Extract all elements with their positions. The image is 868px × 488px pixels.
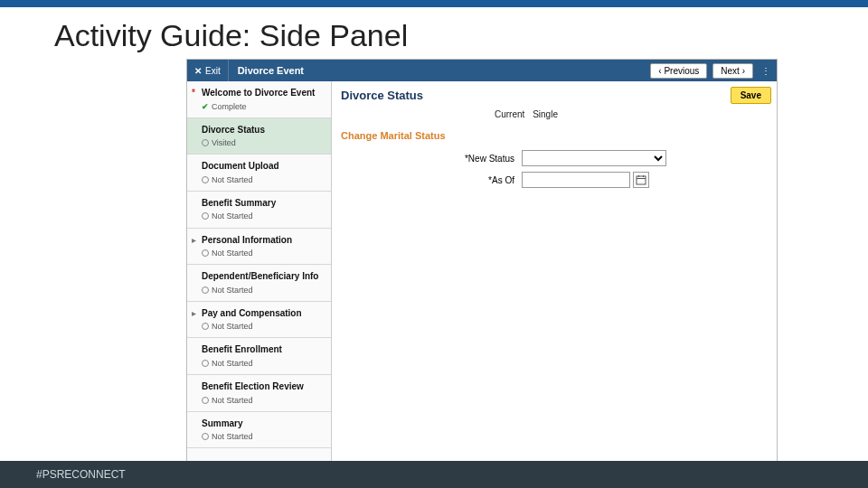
close-icon: ✕	[194, 66, 202, 76]
side-panel: *Welcome to Divorce Event✔CompleteDivorc…	[187, 81, 332, 461]
sidebar-step[interactable]: Benefit EnrollmentNot Started	[187, 338, 331, 375]
new-status-label: *New Status	[341, 154, 522, 164]
app-body: *Welcome to Divorce Event✔CompleteDivorc…	[187, 81, 777, 461]
next-button[interactable]: Next ›	[712, 63, 753, 79]
chevron-right-icon: ▸	[192, 307, 196, 320]
current-value: Single	[533, 109, 558, 119]
footer-hashtag: #PSRECONNECT	[36, 468, 126, 481]
step-status: Not Started	[202, 285, 324, 296]
circle-icon	[202, 176, 209, 183]
step-title: Welcome to Divorce Event	[202, 87, 324, 99]
new-status-select[interactable]	[522, 150, 666, 166]
sidebar-step[interactable]: Divorce StatusVisited	[187, 118, 331, 155]
circle-icon	[202, 360, 209, 367]
check-icon: ✔	[202, 101, 209, 112]
step-title: Summary	[202, 418, 324, 430]
sidebar-step[interactable]: Benefit Election ReviewNot Started	[187, 375, 331, 412]
step-title: Benefit Enrollment	[202, 343, 324, 356]
step-status: Not Started	[202, 248, 324, 258]
current-label: Current	[495, 109, 524, 119]
step-status: ✔Complete	[202, 101, 324, 112]
as-of-input[interactable]	[522, 172, 630, 188]
as-of-row: *As Of	[341, 172, 768, 188]
sidebar-step[interactable]: Benefit SummaryNot Started	[187, 192, 331, 229]
main-content: Save Divorce Status Current Single Chang…	[332, 81, 777, 461]
svg-rect-0	[637, 176, 646, 184]
step-title: Personal Information	[202, 234, 324, 247]
step-title: Document Upload	[202, 160, 324, 173]
more-actions-button[interactable]: ⋮	[756, 66, 777, 76]
app-header: ✕ Exit Divorce Event ‹ Previous Next › ⋮	[187, 60, 777, 81]
exit-button[interactable]: ✕ Exit	[187, 60, 229, 81]
sidebar-step[interactable]: ▸Personal InformationNot Started	[187, 229, 331, 266]
save-button[interactable]: Save	[731, 87, 771, 104]
step-title: Benefit Election Review	[202, 380, 324, 393]
step-status: Visited	[202, 137, 324, 148]
step-title: Dependent/Beneficiary Info	[202, 270, 324, 283]
circle-icon	[202, 212, 209, 220]
exit-label: Exit	[205, 66, 221, 76]
step-title: Benefit Summary	[202, 197, 324, 210]
step-title: Pay and Compensation	[202, 307, 324, 320]
as-of-label: *As Of	[341, 175, 522, 185]
section-heading: Change Marital Status	[341, 130, 768, 141]
circle-icon	[202, 139, 209, 146]
activity-guide-frame: ✕ Exit Divorce Event ‹ Previous Next › ⋮…	[186, 59, 778, 462]
current-status-row: Current Single	[495, 109, 768, 119]
sidebar-step[interactable]: ▸Pay and CompensationNot Started	[187, 302, 331, 339]
breadcrumb: Divorce Event	[229, 65, 313, 76]
step-status: Not Started	[202, 395, 324, 406]
chevron-right-icon: ▸	[192, 234, 196, 247]
step-status: Not Started	[202, 321, 324, 332]
sidebar-step[interactable]: Document UploadNot Started	[187, 155, 331, 192]
step-status: Not Started	[202, 174, 324, 185]
slide-footer: #PSRECONNECT	[0, 461, 868, 488]
previous-button[interactable]: ‹ Previous	[650, 63, 707, 79]
step-title: Divorce Status	[202, 124, 324, 136]
circle-icon	[202, 286, 209, 294]
sidebar-step[interactable]: *Welcome to Divorce Event✔Complete	[187, 81, 331, 118]
new-status-row: *New Status	[341, 150, 768, 166]
sidebar-step[interactable]: Dependent/Beneficiary InfoNot Started	[187, 265, 331, 302]
slide-title: Activity Guide: Side Panel	[54, 18, 868, 53]
sidebar-step[interactable]: SummaryNot Started	[187, 412, 331, 449]
calendar-icon[interactable]	[633, 172, 649, 188]
page-title: Divorce Status	[341, 89, 768, 102]
step-status: Not Started	[202, 358, 324, 369]
required-icon: *	[192, 87, 195, 99]
circle-icon	[202, 397, 209, 404]
circle-icon	[202, 433, 209, 440]
slide-accent-bar	[0, 0, 868, 7]
step-status: Not Started	[202, 431, 324, 442]
step-status: Not Started	[202, 211, 324, 221]
circle-icon	[202, 249, 209, 257]
circle-icon	[202, 323, 209, 330]
